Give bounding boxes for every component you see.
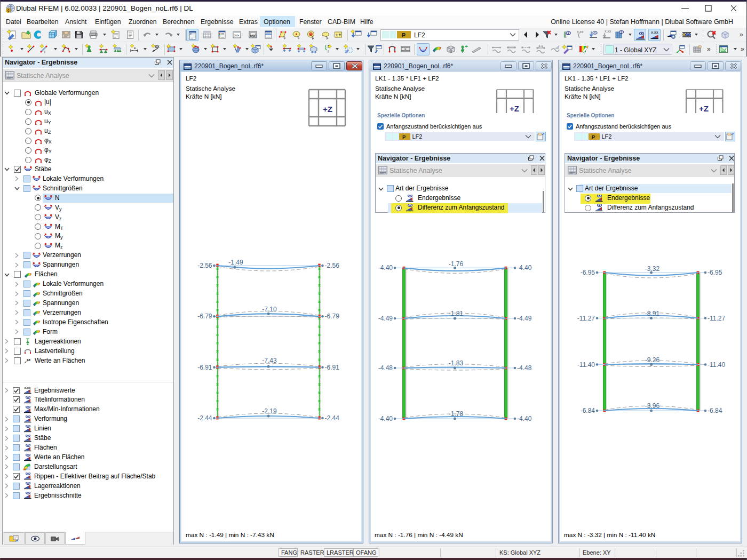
svg-text:-4.48: -4.48 — [378, 364, 393, 372]
svg-text:I: I — [44, 50, 45, 54]
svg-text:-3.32: -3.32 — [645, 265, 660, 273]
svg-text:-4.40: -4.40 — [517, 264, 532, 271]
svg-text:-11.40: -11.40 — [708, 361, 725, 369]
svg-text:-1.81: -1.81 — [449, 310, 464, 317]
svg-text:-6.84: -6.84 — [708, 407, 722, 414]
svg-text:-4.48: -4.48 — [517, 364, 532, 372]
svg-text:-4.49: -4.49 — [517, 315, 532, 322]
svg-text:-11.27: -11.27 — [708, 315, 725, 322]
svg-text:-4.40: -4.40 — [378, 264, 393, 271]
svg-text:-1.83: -1.83 — [449, 359, 464, 367]
svg-text:-4.40: -4.40 — [517, 415, 532, 422]
svg-text:-6.79: -6.79 — [325, 313, 340, 320]
svg-text:-2.56: -2.56 — [197, 262, 212, 269]
svg-text:-7.43: -7.43 — [262, 357, 277, 364]
svg-text:-2.19: -2.19 — [262, 407, 277, 415]
svg-text:XX: XX — [155, 45, 160, 49]
svg-text:-1.78: -1.78 — [449, 410, 464, 418]
svg-text:-7.10: -7.10 — [262, 306, 277, 313]
svg-text:-4.40: -4.40 — [378, 415, 393, 422]
svg-text:>>_: >>_ — [234, 34, 241, 38]
svg-text:-8.91: -8.91 — [645, 310, 660, 317]
svg-text:x.xx: x.xx — [25, 387, 31, 389]
svg-text:>SC: >SC — [250, 34, 257, 38]
svg-text:-6.91: -6.91 — [325, 364, 340, 371]
svg-text:-9.26: -9.26 — [645, 356, 660, 364]
svg-text:+Z: +Z — [323, 105, 332, 114]
svg-text:X.XX: X.XX — [577, 30, 584, 34]
svg-text:-2.56: -2.56 — [325, 262, 340, 269]
svg-text:-6.91: -6.91 — [197, 364, 212, 371]
svg-text:-6.95: -6.95 — [581, 269, 595, 276]
svg-text:+Z: +Z — [510, 104, 519, 113]
svg-text:-2.44: -2.44 — [325, 414, 340, 422]
svg-text:-11.27: -11.27 — [577, 315, 595, 322]
svg-text:±: ± — [336, 33, 338, 37]
svg-text:-11.40: -11.40 — [577, 361, 595, 369]
svg-text:-1.76: -1.76 — [449, 260, 464, 268]
svg-text:I: I — [328, 50, 329, 53]
svg-text:-6.84: -6.84 — [581, 407, 595, 414]
svg-text:-2.44: -2.44 — [197, 414, 212, 422]
svg-text:-1.49: -1.49 — [228, 259, 243, 266]
svg-text:X.XX: X.XX — [651, 31, 658, 34]
svg-text:-3.96: -3.96 — [645, 402, 660, 410]
svg-text:x: x — [134, 46, 136, 50]
svg-text:xx: xx — [27, 358, 31, 362]
svg-text:6: 6 — [7, 8, 9, 13]
svg-text:-6.79: -6.79 — [197, 313, 212, 320]
svg-text:-4.49: -4.49 — [378, 315, 393, 322]
svg-text:X.XX: X.XX — [605, 30, 611, 33]
svg-text:-6.95: -6.95 — [708, 269, 722, 276]
svg-text:+Z: +Z — [699, 104, 709, 113]
